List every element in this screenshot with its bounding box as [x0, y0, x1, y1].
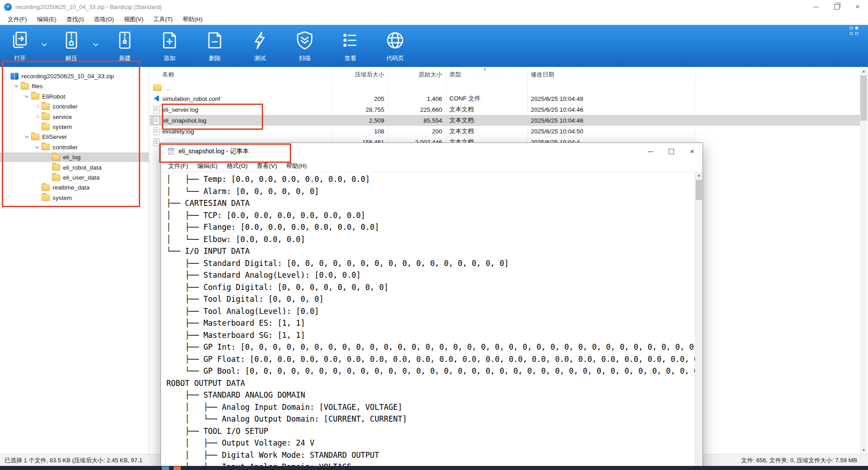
- folder-icon: [42, 195, 50, 201]
- file-type-cell: 文本文档: [446, 127, 527, 135]
- folder-icon: [42, 104, 50, 110]
- minimize-button[interactable]: —: [806, 0, 826, 14]
- bandizip-menu-item[interactable]: 视图(V): [119, 14, 148, 25]
- notepad-menu-item[interactable]: 编辑(E): [193, 161, 222, 171]
- file-list-scrollbar[interactable]: ▲ ▼: [860, 68, 868, 454]
- notepad-window: eli_snapshot.log - 记事本 — ✕ 文件(F)编辑(E)格式(…: [160, 142, 703, 470]
- file-date-cell: 2025/6/25 10:04:46: [527, 106, 694, 113]
- toolbar-button-codepage[interactable]: 代码页: [379, 28, 411, 66]
- chevron-right-icon[interactable]: [35, 115, 39, 119]
- scrollbar-thumb[interactable]: [860, 76, 867, 121]
- toolbar-button-add[interactable]: 添加: [153, 28, 186, 66]
- dropdown-caret-icon[interactable]: [42, 40, 48, 45]
- tree-item-elirobot[interactable]: EliRobot: [0, 92, 149, 101]
- status-selection-text: 已选择 1 个文件, 83.5 KB (压缩后大小: 2.45 KB, 97.1: [5, 456, 142, 465]
- scroll-up-icon[interactable]: ▲: [860, 68, 868, 75]
- folder-icon: [42, 124, 50, 130]
- bandizip-titlebar: ⚡ recording20250625_10_04_33.zip - Bandi…: [0, 0, 868, 14]
- tree-item-system[interactable]: system: [0, 193, 149, 203]
- file-row-..[interactable]: ..: [150, 82, 860, 93]
- notepad-text-area[interactable]: │ ├── Temp: [0.0, 0.0, 0.0, 0.0, 0.0, 0.…: [161, 172, 695, 470]
- file-name-label: ..: [167, 85, 170, 91]
- notepad-menu-item[interactable]: 帮助(H): [282, 161, 311, 171]
- chevron-right-icon[interactable]: [35, 104, 39, 109]
- tree-item-recording20250625-10-04-33-zip[interactable]: recording20250625_10_04_33.zip: [0, 71, 149, 81]
- bandizip-window-controls: — ✕: [806, 0, 868, 14]
- toolbar-button-scan[interactable]: 扫描: [288, 28, 321, 66]
- chevron-down-icon[interactable]: [14, 84, 19, 88]
- bandizip-menu-item[interactable]: 查找(I): [61, 14, 89, 25]
- restore-button[interactable]: [826, 0, 847, 14]
- bandizip-menu-item[interactable]: 文件(F): [3, 14, 32, 25]
- column-header-1[interactable]: 压缩后大小: [331, 71, 388, 79]
- chevron-down-icon[interactable]: [25, 134, 29, 138]
- dropdown-caret-icon[interactable]: [93, 40, 99, 45]
- taskbar-app-icon[interactable]: [174, 466, 181, 470]
- column-header-3[interactable]: 类型: [446, 71, 527, 79]
- notepad-maximize-button[interactable]: [661, 143, 682, 160]
- file-type-cell: 文本文档: [446, 105, 527, 114]
- column-header-0[interactable]: 名称: [150, 71, 331, 79]
- tree-item-eli-log[interactable]: eli_log: [0, 152, 149, 162]
- file-name-cell: ..: [150, 85, 331, 91]
- notepad-menu-item[interactable]: 文件(F): [164, 161, 193, 171]
- toolbar-button-new[interactable]: 新建: [108, 28, 141, 66]
- notepad-minimize-button[interactable]: —: [640, 143, 661, 160]
- tree-item-system[interactable]: system: [0, 122, 149, 132]
- layout-grid-icon[interactable]: [850, 27, 858, 35]
- notepad-close-button[interactable]: ✕: [682, 143, 703, 160]
- sort-ascending-icon[interactable]: ∧: [483, 67, 486, 71]
- tree-item-realtime-data[interactable]: realtime_data: [0, 183, 149, 192]
- tree-item-eli-user-data[interactable]: eli_user_data: [0, 173, 149, 182]
- tree-item-files[interactable]: files: [0, 81, 149, 91]
- toolbar-button-extract[interactable]: 解压: [55, 28, 88, 66]
- view-icon: [340, 30, 360, 50]
- file-row-eli_server.log[interactable]: eli_server.log28,755225,660文本文档2025/6/25…: [150, 104, 860, 115]
- column-header-2[interactable]: 原始大小: [388, 71, 446, 79]
- notepad-scrollbar[interactable]: ▲: [695, 172, 703, 470]
- folder-icon: [21, 83, 29, 90]
- status-archive-info-text: 文件: 656, 文件夹: 0, 压缩文件大小: 7.59 MB: [741, 456, 857, 465]
- bandizip-menu-item[interactable]: 编辑(E): [32, 14, 61, 25]
- file-name-cell: simulation_robot.conf: [150, 95, 331, 103]
- file-row-elisafety.log[interactable]: elisafety.log108200文本文档2025/6/25 10:04:5…: [150, 126, 860, 137]
- file-type-cell: CONF 文件: [446, 95, 527, 103]
- file-name-cell: eli_snapshot.log: [150, 117, 331, 124]
- file-compressed-cell: 28,755: [331, 106, 388, 113]
- test-icon: [250, 30, 270, 50]
- tree-item-service[interactable]: service: [0, 112, 149, 122]
- toolbar-button-label: 查看: [344, 54, 356, 62]
- file-name-label: eli_server.log: [162, 106, 198, 113]
- bandizip-menu-item[interactable]: 工具(T): [148, 14, 178, 25]
- document-icon: [153, 106, 160, 114]
- codepage-icon: [385, 30, 405, 50]
- tree-item-label: eli_robot_data: [63, 164, 102, 171]
- file-type-cell: 文本文档: [446, 116, 527, 124]
- file-row-eli_snapshot.log[interactable]: eli_snapshot.log2,50985,554文本文档2025/6/25…: [150, 115, 860, 126]
- toolbar-button-view[interactable]: 查看: [334, 28, 367, 66]
- tree-item-controller[interactable]: controller: [0, 102, 149, 111]
- tree-item-eli-robot-data[interactable]: eli_robot_data: [0, 163, 149, 172]
- document-icon: [153, 117, 160, 124]
- notepad-scroll-up-icon[interactable]: ▲: [695, 172, 703, 179]
- toolbar-button-open[interactable]: 打开: [4, 28, 36, 66]
- bandizip-menu-item[interactable]: 帮助(H): [178, 14, 208, 25]
- toolbar-button-delete[interactable]: 删除: [198, 28, 231, 66]
- notepad-menu-item[interactable]: 格式(O): [222, 161, 252, 171]
- scroll-down-icon[interactable]: ▼: [860, 447, 868, 454]
- zip-archive-icon: [10, 73, 19, 80]
- toolbar-button-test[interactable]: 测试: [244, 28, 276, 66]
- tree-item-eliserver[interactable]: EliServer: [0, 132, 149, 142]
- chevron-down-icon[interactable]: [25, 94, 29, 98]
- notepad-menu-item[interactable]: 查看(V): [252, 161, 282, 171]
- column-header-4[interactable]: 修改日期: [527, 71, 694, 79]
- chevron-down-icon[interactable]: [35, 144, 39, 148]
- notepad-titlebar[interactable]: eli_snapshot.log - 记事本 — ✕: [161, 143, 703, 160]
- notepad-scrollbar-thumb[interactable]: [696, 180, 702, 200]
- taskbar-app-icon[interactable]: [162, 466, 169, 470]
- file-row-simulation_robot.conf[interactable]: simulation_robot.conf2051,406CONF 文件2025…: [150, 93, 860, 104]
- close-button[interactable]: ✕: [847, 0, 868, 14]
- bandizip-menu-item[interactable]: 选项(O): [89, 14, 119, 25]
- restore-icon: [834, 4, 840, 9]
- tree-item-controller[interactable]: controller: [0, 142, 149, 152]
